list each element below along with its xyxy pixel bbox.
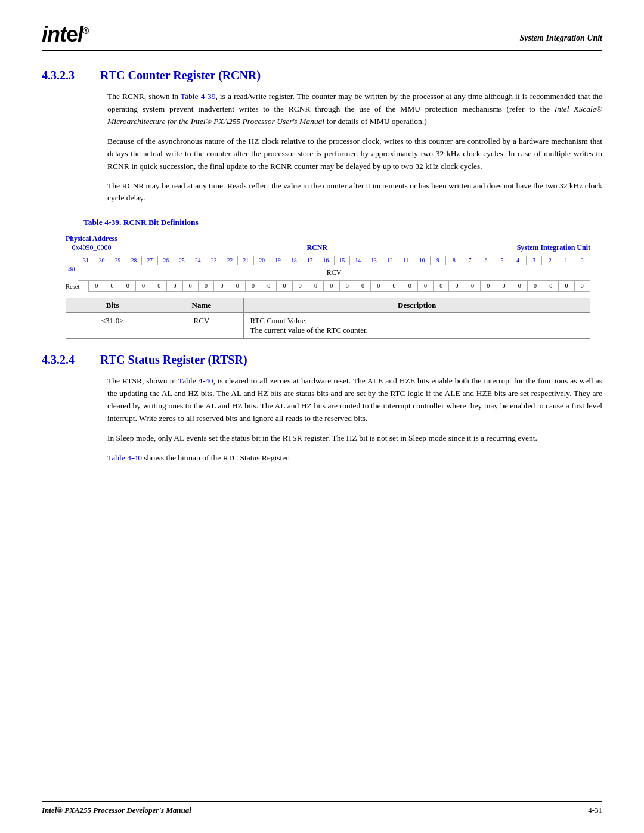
rcv-cell: RCV [78, 265, 590, 281]
footer-right: 4-31 [588, 806, 602, 815]
reset-value-cell: 0 [434, 281, 449, 292]
reg-physical-col: Physical Address 0x4090_0000 [66, 234, 117, 252]
reset-value-cell: 0 [183, 281, 199, 292]
section-4324-para3: Table 4-40 shows the bitmap of the RTC S… [107, 452, 602, 465]
col-bits: Bits [66, 298, 159, 313]
reset-value-cell: 0 [324, 281, 339, 292]
page: intel® System Integration Unit 4.3.2.3 R… [0, 0, 644, 833]
bit-number-cell: 30 [94, 256, 110, 265]
reg-name-label: RCNR [306, 243, 327, 252]
section-4324-para2: In Sleep mode, only AL events set the st… [107, 432, 602, 445]
col-description: Description [244, 298, 590, 313]
bit-number-cell: 17 [302, 256, 318, 265]
bit-row-label: Bit [66, 256, 78, 281]
register-outer: Physical Address 0x4090_0000 RCNR System… [66, 234, 590, 339]
bit-number-cell: 12 [382, 256, 398, 265]
reset-value-cell: 0 [559, 281, 574, 292]
section-4323-number: 4.3.2.3 [42, 69, 89, 82]
reset-grid-wrapper: 00000000000000000000000000000000 [88, 281, 590, 292]
reset-value-cell: 0 [246, 281, 261, 292]
header: intel® System Integration Unit [42, 24, 602, 51]
bit-number-cell: 13 [366, 256, 382, 265]
reset-value-cell: 0 [214, 281, 230, 292]
section-4323-heading: 4.3.2.3 RTC Counter Register (RCNR) [42, 69, 602, 82]
reset-value-cell: 0 [151, 281, 167, 292]
reset-value-cell: 0 [386, 281, 402, 292]
cell-bits: <31:0> [66, 313, 159, 339]
bit-number-cell: 24 [190, 256, 206, 265]
section-4323-para1: The RCNR, shown in Table 4-39, is a read… [107, 91, 602, 128]
reset-value-cell: 0 [340, 281, 355, 292]
reg-unit-label: System Integration Unit [517, 243, 590, 252]
bit-number-cell: 22 [222, 256, 239, 265]
reset-value-cell: 0 [293, 281, 308, 292]
logo-text: intel [42, 22, 83, 47]
logo-registered: ® [83, 26, 88, 36]
reg-physical-label: Physical Address [66, 234, 117, 243]
table-40-link-1[interactable]: Table 4-40 [178, 376, 213, 385]
reset-value-cell: 0 [89, 281, 104, 292]
reset-value-cell: 0 [167, 281, 182, 292]
cell-desc: RTC Count Value.The current value of the… [244, 313, 590, 339]
reset-value-cell: 0 [120, 281, 136, 292]
reset-value-cell: 0 [481, 281, 496, 292]
bit-number-cell: 27 [142, 256, 158, 265]
reset-value-cell: 0 [308, 281, 324, 292]
bit-number-cell: 26 [158, 256, 174, 265]
bit-number-cell: 15 [335, 256, 351, 265]
header-title: System Integration Unit [520, 33, 602, 45]
bit-number-cell: 2 [542, 256, 558, 265]
bit-number-cell: 14 [350, 256, 366, 265]
cell-name: RCV [159, 313, 244, 339]
reset-value-cell: 0 [104, 281, 120, 292]
section-4323-title: RTC Counter Register (RCNR) [100, 69, 261, 82]
table-39-link-1[interactable]: Table 4-39 [181, 92, 216, 101]
bit-numbers-grid: 3130292827262524232221201918171615141312… [78, 256, 590, 265]
manual-ref: Intel XScale® Microarchitecture for the … [107, 104, 602, 126]
reset-value-cell: 0 [512, 281, 528, 292]
section-4324-title: RTC Status Register (RTSR) [100, 353, 247, 367]
reset-value-cell: 0 [371, 281, 386, 292]
bit-grid-wrapper: 3130292827262524232221201918171615141312… [78, 256, 590, 281]
reg-info-row: Physical Address 0x4090_0000 RCNR System… [66, 234, 590, 252]
table-row: <31:0>RCVRTC Count Value.The current val… [66, 313, 590, 339]
bit-number-cell: 31 [78, 256, 94, 265]
footer: Intel® PXA255 Processor Developer's Manu… [42, 801, 602, 815]
rcv-grid: RCV [78, 265, 590, 281]
reset-value-cell: 0 [277, 281, 292, 292]
bit-number-cell: 21 [238, 256, 254, 265]
bit-number-cell: 3 [527, 256, 543, 265]
reg-physical-value: 0x4090_0000 [66, 243, 117, 252]
bit-number-cell: 0 [574, 256, 590, 265]
bit-number-cell: 9 [431, 256, 447, 265]
reset-value-cell: 0 [355, 281, 371, 292]
reset-value-cell: 0 [575, 281, 590, 292]
table-4-39-heading: Table 4-39. RCNR Bit Definitions [83, 218, 602, 227]
reg-unit-col: System Integration Unit [517, 243, 590, 252]
bit-number-cell: 25 [174, 256, 190, 265]
col-name: Name [159, 298, 244, 313]
bit-number-cell: 19 [270, 256, 286, 265]
bit-number-cell: 10 [414, 256, 431, 265]
reset-value-cell: 0 [199, 281, 214, 292]
reset-value-cell: 0 [402, 281, 418, 292]
footer-left: Intel® PXA255 Processor Developer's Manu… [42, 806, 191, 815]
reset-row-label: Reset [66, 281, 88, 292]
desc-table-body: <31:0>RCVRTC Count Value.The current val… [66, 313, 590, 339]
bit-number-cell: 28 [126, 256, 143, 265]
section-4324-para1: The RTSR, shown in Table 4-40, is cleare… [107, 375, 602, 425]
bit-number-cell: 7 [462, 256, 478, 265]
bit-number-cell: 23 [206, 256, 222, 265]
reset-value-cell: 0 [543, 281, 559, 292]
reset-value-cell: 0 [449, 281, 465, 292]
section-4323-para2: Because of the asynchronous nature of th… [107, 135, 602, 173]
section-4323-para3: The RCNR may be read at any time. Reads … [107, 180, 602, 205]
reset-value-cell: 0 [230, 281, 246, 292]
bit-number-cell: 20 [254, 256, 270, 265]
reset-row-outer: Reset 00000000000000000000000000000000 [66, 281, 590, 292]
table-4-39-section: Table 4-39. RCNR Bit Definitions Physica… [42, 218, 602, 339]
desc-table-header-row: Bits Name Description [66, 298, 590, 313]
section-4324-heading: 4.3.2.4 RTC Status Register (RTSR) [42, 353, 602, 367]
table-40-link-2[interactable]: Table 4-40 [107, 453, 142, 462]
reset-value-cell: 0 [465, 281, 481, 292]
